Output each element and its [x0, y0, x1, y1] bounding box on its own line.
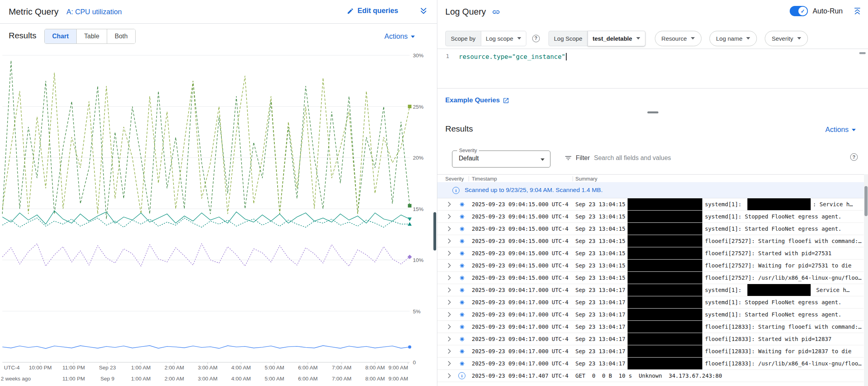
log-name-filter-pill[interactable]: Log name	[709, 31, 757, 46]
log-row[interactable]: 2025-09-23 09:04:17.000 UTC-4Sep 23 13:0…	[437, 296, 864, 309]
filter-button[interactable]: Filter	[564, 154, 590, 162]
summary-text: flooefi[12833]: Started with pid=12837	[705, 336, 831, 342]
chevron-down-icon	[691, 37, 695, 40]
x-axis-label: 8:00 AM	[365, 365, 385, 371]
severity-filter-pill[interactable]: Severity	[765, 31, 807, 46]
check-icon: ✓	[798, 7, 807, 15]
search-input[interactable]	[594, 152, 823, 164]
redaction-box	[628, 235, 702, 247]
summary-text: flooefi[27527]: /usr/lib/x86_64-linux-gn…	[705, 275, 861, 281]
log-scope-value-dropdown[interactable]: test_deletable	[588, 31, 645, 46]
log-summary: Sep 23 13:04:15systemd[1]: Stopped FlooN…	[573, 211, 864, 222]
log-scope-value: test_deletable	[593, 35, 632, 42]
text-cursor	[566, 53, 567, 60]
scope-help-icon[interactable]: ?	[532, 35, 540, 42]
view-toggle-chart[interactable]: Chart	[45, 29, 76, 43]
results-help-icon[interactable]: ?	[850, 153, 858, 161]
expand-queries-icon[interactable]	[419, 6, 428, 16]
results-scrollbar-track[interactable]	[864, 174, 868, 386]
link-icon[interactable]	[492, 8, 500, 16]
metric-query-panel: Metric Query A: CPU utilization Edit que…	[0, 0, 437, 386]
col-timestamp: Timestamp	[472, 176, 497, 182]
log-summary: Sep 23 13:04:17flooefi[12833]: Started w…	[573, 333, 864, 345]
log-timestamp: 2025-09-23 09:04:17.000 UTC-4	[469, 324, 573, 330]
redaction-box	[628, 198, 702, 210]
log-row[interactable]: 2025-09-23 09:04:17.000 UTC-4Sep 23 13:0…	[437, 284, 864, 296]
expand-chevron-icon[interactable]	[446, 201, 453, 208]
results-scrollbar-thumb[interactable]	[864, 186, 868, 216]
resize-drag-handle[interactable]	[647, 111, 658, 113]
example-queries-link[interactable]: Example Queries	[445, 96, 509, 104]
log-query-title: Log Query	[445, 7, 486, 17]
log-row[interactable]: 2025-09-23 09:04:15.000 UTC-4Sep 23 13:0…	[437, 235, 864, 247]
log-row[interactable]: 2025-09-23 09:04:15.000 UTC-4Sep 23 13:0…	[437, 272, 864, 284]
log-row[interactable]: 2025-09-23 09:04:15.000 UTC-4Sep 23 13:0…	[437, 260, 864, 272]
metric-actions-dropdown[interactable]: Actions	[384, 32, 415, 41]
log-actions-dropdown[interactable]: Actions	[825, 126, 856, 134]
info-icon: i	[452, 187, 460, 194]
series-blue	[2, 346, 410, 348]
log-row[interactable]: i2025-09-23 09:04:17.407 UTC-4GET 0 0 B …	[437, 370, 864, 382]
col-summary: Summary	[575, 176, 598, 182]
query-editor[interactable]: 1 resource.type="gce_instance"	[437, 49, 868, 88]
summary-text: flooefi[12833]: /usr/lib/x86_64-linux-gn…	[705, 360, 861, 367]
expand-chevron-icon[interactable]	[446, 311, 453, 318]
log-row[interactable]: 2025-09-23 09:04:17.000 UTC-4Sep 23 13:0…	[437, 309, 864, 321]
expand-chevron-icon[interactable]	[446, 274, 453, 281]
expand-chevron-icon[interactable]	[446, 323, 453, 330]
expand-chevron-icon[interactable]	[446, 335, 453, 343]
log-scope-dropdown[interactable]: Log scope	[481, 31, 526, 46]
expand-chevron-icon[interactable]	[446, 225, 453, 232]
expand-chevron-icon[interactable]	[446, 286, 453, 294]
log-summary: Sep 23 13:04:15flooefi[27527]: Waiting f…	[573, 260, 864, 271]
log-scope-dropdown-label: Log scope	[486, 35, 513, 42]
y-axis-label: 5%	[413, 309, 421, 314]
log-query-toolbar: Scope by Log scope ? Log Scope test_dele…	[445, 30, 865, 46]
summary-text: Sep 23 13:04:17	[575, 299, 625, 305]
editor-scrollbar-thumb[interactable]	[859, 52, 866, 54]
expand-chevron-icon[interactable]	[446, 372, 453, 379]
redaction-box	[628, 260, 702, 271]
x-axis-baseline-label: Sep 9	[100, 376, 114, 382]
auto-run-toggle[interactable]: ✓	[790, 6, 808, 16]
log-table-header: Severity Timestamp Summary	[437, 174, 868, 182]
log-row[interactable]: 2025-09-23 09:04:17.000 UTC-4Sep 23 13:0…	[437, 358, 864, 370]
resource-filter-pill[interactable]: Resource	[655, 31, 702, 46]
summary-text: flooefi[12833]: Waiting for pid=12837 to…	[705, 348, 851, 354]
expand-chevron-icon[interactable]	[446, 348, 453, 355]
expand-chevron-icon[interactable]	[446, 299, 453, 306]
metric-query-header: Metric Query A: CPU utilization Edit que…	[0, 0, 437, 24]
collapse-panel-icon[interactable]	[853, 7, 862, 15]
view-toggle-table[interactable]: Table	[76, 29, 107, 43]
query-a-badge[interactable]: A: CPU utilization	[66, 8, 122, 16]
severity-default-icon	[459, 361, 465, 367]
log-results-bar: Results Actions	[437, 121, 868, 138]
x-axis-baseline-label: 1:00 AM	[131, 376, 151, 382]
severity-select[interactable]: Severity Default	[452, 151, 550, 168]
line-number: 1	[437, 53, 453, 60]
log-row[interactable]: 2025-09-23 09:04:15.000 UTC-4Sep 23 13:0…	[437, 247, 864, 260]
summary-text: systemd[1]: Started FlooNet egress agent…	[705, 226, 842, 232]
log-row[interactable]: 2025-09-23 09:04:15.000 UTC-4Sep 23 13:0…	[437, 223, 864, 235]
view-toggle-both[interactable]: Both	[107, 29, 135, 43]
left-panel-scrollbar-thumb[interactable]	[433, 212, 436, 250]
expand-chevron-icon[interactable]	[446, 237, 453, 245]
expand-chevron-icon[interactable]	[446, 360, 453, 367]
expand-chevron-icon[interactable]	[446, 250, 453, 257]
expand-chevron-icon[interactable]	[446, 213, 453, 220]
log-row[interactable]: 2025-09-23 09:04:15.000 UTC-4Sep 23 13:0…	[437, 198, 864, 211]
series-marker-blue	[408, 345, 411, 348]
log-row[interactable]: 2025-09-23 09:04:17.000 UTC-4Sep 23 13:0…	[437, 345, 864, 358]
expand-chevron-icon[interactable]	[446, 262, 453, 269]
resource-pill-label: Resource	[662, 35, 687, 42]
severity-default-icon	[459, 201, 465, 207]
log-row[interactable]: 2025-09-23 09:04:15.000 UTC-4Sep 23 13:0…	[437, 211, 864, 223]
edit-queries-button[interactable]: Edit queries	[347, 7, 398, 15]
log-row[interactable]: 2025-09-23 09:04:17.000 UTC-4Sep 23 13:0…	[437, 333, 864, 345]
log-row[interactable]: 2025-09-23 09:04:17.000 UTC-4Sep 23 13:0…	[437, 321, 864, 333]
scope-by-label: Scope by	[445, 31, 481, 46]
x-axis-label: UTC-4	[4, 365, 20, 371]
cpu-utilization-chart[interactable]: 30%25%20%15%10%5%0UTC-42 weeks ago10:00 …	[0, 51, 435, 386]
log-summary: Sep 23 13:04:17flooefi[12833]: Waiting f…	[573, 345, 864, 357]
redaction-box	[628, 272, 702, 284]
